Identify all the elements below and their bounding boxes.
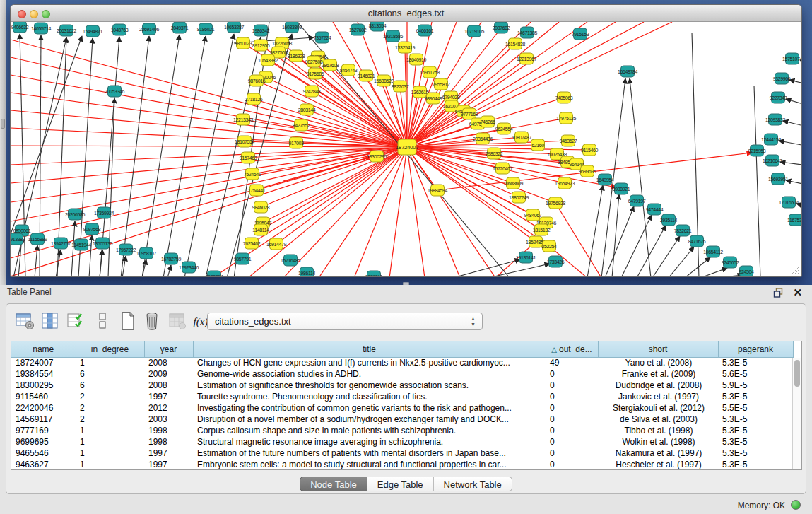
graph-node[interactable]: 2803144	[298, 104, 316, 115]
graph-node[interactable]: 15720407	[493, 163, 512, 174]
show-columns-icon[interactable]	[40, 311, 61, 332]
graph-node[interactable]: 8471676	[688, 235, 706, 247]
graph-node[interactable]: 19884594	[428, 185, 447, 196]
import-table-icon[interactable]	[167, 311, 189, 332]
graph-node[interactable]: 17359924	[94, 207, 114, 218]
graph-node[interactable]: 22691406	[139, 23, 159, 35]
graph-node[interactable]: 9876016	[248, 75, 266, 86]
graph-node[interactable]: 9242848	[303, 86, 321, 97]
table-mode-icon[interactable]	[15, 311, 36, 332]
graph-node[interactable]: 9890448	[425, 93, 442, 104]
graph-node[interactable]: 8860123	[235, 37, 252, 49]
node-table[interactable]: namein_degreeyeartitle△out_de...shortpag…	[11, 341, 802, 470]
column-header-in_degree[interactable]: in_degree	[76, 341, 144, 357]
table-scrollbar[interactable]	[792, 358, 801, 470]
graph-node[interactable]: 20631622	[57, 25, 76, 36]
column-header-title[interactable]: title	[193, 341, 546, 357]
graph-node[interactable]: 15716485	[281, 255, 300, 266]
graph-node[interactable]: 252254	[542, 240, 557, 252]
graph-node[interactable]: 17016504	[779, 197, 799, 208]
tab-node-table[interactable]: Node Table	[300, 477, 367, 491]
graph-node[interactable]: 12213967	[517, 53, 536, 64]
graph-node[interactable]: 12213343	[233, 114, 253, 125]
graph-node[interactable]: 8822037	[392, 81, 409, 92]
graph-node[interactable]: 2049371	[171, 22, 189, 33]
graph-node[interactable]: 1640954	[596, 174, 614, 185]
graph-node[interactable]: 16210643	[763, 155, 782, 166]
tab-edge-table[interactable]: Edge Table	[367, 477, 434, 491]
graph-node[interactable]: 9474444	[646, 204, 664, 215]
graph-node[interactable]: 10653287	[224, 22, 244, 33]
graph-node[interactable]: 9484067	[524, 209, 542, 221]
table-selector-dropdown[interactable]: citations_edges.txt ▲▼	[207, 313, 483, 330]
graph-node[interactable]: 9227343	[770, 92, 787, 103]
graph-node[interactable]: 9157463	[240, 152, 257, 163]
graph-node[interactable]: 1167533	[787, 214, 802, 226]
close-icon[interactable]: ✕	[793, 286, 802, 299]
graph-node[interactable]: 924504	[739, 266, 754, 277]
graph-node[interactable]: 12093832	[765, 114, 785, 125]
graph-node[interactable]: 9624554	[495, 123, 513, 134]
column-header-name[interactable]: name	[11, 341, 76, 357]
graph-node[interactable]: 6479197	[628, 195, 646, 206]
column-header-out_degree[interactable]: △out_de...	[546, 341, 598, 357]
graph-node[interactable]: 15494871	[83, 25, 102, 37]
graph-node[interactable]: 1815132	[533, 224, 551, 235]
graph-node[interactable]: 1527602	[349, 24, 367, 35]
graph-node[interactable]: 10807487	[512, 132, 531, 143]
graph-node[interactable]: 19756928	[546, 197, 565, 209]
graph-node[interactable]: 13942757	[51, 238, 71, 249]
graph-node[interactable]: 8912955	[252, 40, 270, 51]
table-row[interactable]: 1938455462009Genome-wide association stu…	[11, 368, 793, 380]
graph-node[interactable]: 2718126	[245, 93, 263, 105]
graph-node[interactable]: 2083214	[206, 271, 223, 277]
graph-node[interactable]: 6466161	[416, 25, 434, 36]
table-row[interactable]: 1830029562008Estimation of significance …	[11, 380, 793, 391]
graph-node[interactable]: 7357224	[314, 32, 331, 43]
table-row[interactable]: 946554611997Estimation of the future num…	[11, 448, 793, 459]
table-row[interactable]: 1872400712008Changes of HCN gene express…	[11, 357, 793, 368]
graph-node[interactable]: 1148114	[252, 224, 269, 235]
graph-node[interactable]: 11451944	[71, 239, 91, 250]
column-header-year[interactable]: year	[144, 341, 193, 357]
window-resize-grip[interactable]	[790, 265, 800, 275]
graph-node[interactable]: 7832621	[674, 225, 692, 236]
edit-columns-icon[interactable]	[66, 311, 87, 332]
graph-node[interactable]: 15751074	[782, 53, 802, 64]
graph-node[interactable]: 16648784	[618, 66, 637, 77]
graph-node[interactable]: 9406632	[11, 22, 29, 33]
graph-node[interactable]: 17975125	[556, 112, 576, 124]
graph-node[interactable]: 11156889	[28, 233, 47, 245]
graph-node[interactable]: 14671385	[517, 27, 537, 38]
graph-node[interactable]: 9846028	[252, 201, 270, 213]
tab-network-table[interactable]: Network Table	[434, 477, 512, 491]
graph-node[interactable]: 13325419	[395, 42, 415, 53]
create-column-icon[interactable]	[118, 311, 139, 332]
graph-node[interactable]: 9329966	[773, 73, 791, 84]
graph-node[interactable]: 15692951	[768, 173, 788, 185]
graph-node[interactable]: 3913388	[11, 233, 25, 245]
graph-node[interactable]: 17957222	[116, 244, 136, 255]
memory-status-icon[interactable]	[791, 500, 801, 510]
graph-node[interactable]: 10958107	[136, 247, 156, 259]
graph-node[interactable]: 1986114	[298, 267, 315, 277]
network-view-window[interactable]: citations_edges.txt 18724007886012389129…	[10, 4, 802, 277]
network-canvas[interactable]: 1872400788601238912955182260589827503105…	[11, 22, 802, 277]
graph-node[interactable]: 62160	[531, 139, 545, 151]
graph-node[interactable]: 8215953	[748, 145, 766, 156]
graph-node[interactable]: 18724007	[396, 139, 419, 155]
table-row[interactable]: 1456911722003Disruption of a novel membe…	[11, 414, 793, 425]
graph-node[interactable]: 8938921	[613, 183, 630, 194]
graph-node[interactable]: 8454743	[340, 64, 358, 76]
graph-node[interactable]: 7915153	[572, 28, 589, 40]
column-header-pagerank[interactable]: pagerank	[718, 341, 793, 357]
float-window-icon[interactable]	[773, 288, 784, 298]
graph-node[interactable]: 10719105	[464, 25, 484, 37]
graph-node[interactable]: 16914479	[266, 238, 286, 250]
graph-node[interactable]: 9827508	[305, 56, 323, 67]
scrollbar-thumb[interactable]	[794, 360, 800, 387]
graph-node[interactable]: 14055714	[31, 23, 51, 34]
graph-node[interactable]: 18107554	[235, 136, 254, 147]
graph-node[interactable]: 9463627	[560, 135, 577, 146]
graph-node[interactable]: 8427552	[293, 119, 310, 131]
